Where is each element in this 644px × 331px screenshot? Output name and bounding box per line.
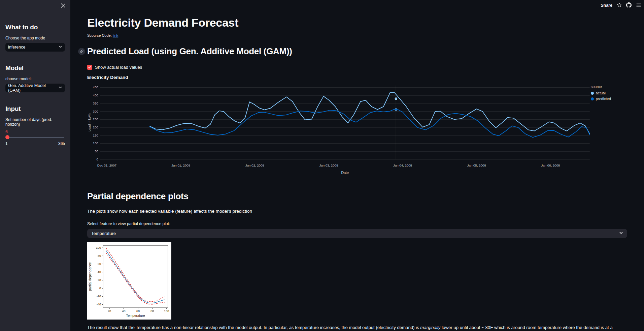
model-select[interactable]: Gen. Additive Model (GAM) xyxy=(5,84,65,92)
days-slider-value: 6 xyxy=(5,129,65,134)
share-button[interactable]: Share xyxy=(601,3,612,8)
legend-item-predicted[interactable]: predicted xyxy=(591,97,627,101)
days-slider[interactable] xyxy=(5,135,65,140)
svg-text:Dec 31, 2007: Dec 31, 2007 xyxy=(97,163,116,167)
source-code-link[interactable]: link xyxy=(113,33,118,37)
svg-text:Jan 05, 2008: Jan 05, 2008 xyxy=(467,163,486,167)
model-selected-value: Gen. Additive Model (GAM) xyxy=(8,83,59,93)
svg-text:Temperature: Temperature xyxy=(126,314,145,318)
svg-text:400: 400 xyxy=(93,93,98,97)
svg-text:100: 100 xyxy=(96,246,101,249)
show-actual-checkbox[interactable]: Show actual load values xyxy=(87,65,627,70)
svg-text:Date: Date xyxy=(341,171,349,175)
source-code-line: Scource Code: link xyxy=(87,33,627,37)
demand-chart-block: 050100150200250300350400450Dec 31, 2007J… xyxy=(87,82,627,177)
checkbox-checked-icon xyxy=(87,65,92,70)
app-mode-select[interactable]: inference xyxy=(5,43,65,52)
pdp-heading: Partial dependence plots xyxy=(87,191,627,202)
show-actual-checkbox-label: Show actual load values xyxy=(95,65,142,70)
svg-text:60: 60 xyxy=(98,262,101,266)
slider-max-label: 365 xyxy=(58,141,65,146)
slider-track[interactable] xyxy=(6,137,64,138)
svg-text:150: 150 xyxy=(93,133,98,137)
github-button[interactable] xyxy=(626,2,632,9)
svg-text:partial dependence: partial dependence xyxy=(88,262,92,291)
main-content: Share Electricity Demand Forecast Scourc… xyxy=(70,0,644,331)
svg-text:40: 40 xyxy=(98,270,101,274)
sidebar-section-model: Model xyxy=(5,64,65,72)
star-icon xyxy=(617,2,622,8)
feature-select[interactable]: Temperature xyxy=(87,229,627,238)
svg-text:Jan 03, 2008: Jan 03, 2008 xyxy=(319,163,338,167)
predicted-load-heading: Predicted Load (using Gen. Additive Mode… xyxy=(87,46,292,57)
sidebar-close-button[interactable] xyxy=(58,1,68,11)
svg-text:80: 80 xyxy=(150,309,154,313)
legend-dot-predicted xyxy=(591,97,594,100)
chevron-down-icon xyxy=(59,86,62,90)
svg-text:350: 350 xyxy=(93,101,98,105)
svg-text:100: 100 xyxy=(164,309,169,313)
pdp-select-label: Select feature to view partial dependenc… xyxy=(87,221,627,226)
close-icon xyxy=(61,3,65,9)
chevron-down-icon xyxy=(619,231,623,236)
legend-title: source xyxy=(591,85,627,89)
days-slider-label: Set number of days (pred. horizon) xyxy=(5,117,65,127)
svg-text:20: 20 xyxy=(98,278,101,282)
svg-text:20: 20 xyxy=(108,309,111,313)
page-title: Electricity Demand Forecast xyxy=(87,16,627,29)
svg-text:Jan 01, 2008: Jan 01, 2008 xyxy=(171,163,190,167)
svg-text:60: 60 xyxy=(136,309,140,313)
feature-selected-value: Temperature xyxy=(91,231,116,236)
header-toolbar: Share xyxy=(601,1,641,9)
sidebar: What to do Choose the app mode inference… xyxy=(0,0,70,331)
legend-label-actual: actual xyxy=(596,91,606,95)
legend-dot-actual xyxy=(591,92,594,95)
pdp-figure: -40-2002040608010020406080100Temperature… xyxy=(87,242,171,320)
pdp-analysis-text: The result show that the Temperature has… xyxy=(87,324,627,331)
svg-text:0: 0 xyxy=(99,287,101,290)
svg-text:Load in kWh: Load in kWh xyxy=(88,113,91,131)
svg-text:300: 300 xyxy=(93,110,98,113)
svg-text:100: 100 xyxy=(93,141,98,145)
app-root: What to do Choose the app mode inference… xyxy=(0,0,644,331)
star-button[interactable] xyxy=(617,2,622,8)
legend-label-predicted: predicted xyxy=(596,97,611,101)
svg-text:50: 50 xyxy=(95,149,98,153)
heading-anchor-link[interactable] xyxy=(78,48,85,55)
svg-text:80: 80 xyxy=(98,254,101,258)
slider-min-label: 1 xyxy=(5,141,8,146)
svg-text:-40: -40 xyxy=(97,303,101,306)
svg-text:0: 0 xyxy=(97,157,98,161)
legend-item-actual[interactable]: actual xyxy=(591,91,627,95)
svg-text:250: 250 xyxy=(93,117,98,121)
choose-model-label: choose model: xyxy=(5,77,65,81)
link-icon xyxy=(80,49,84,55)
svg-text:Jan 06, 2008: Jan 06, 2008 xyxy=(541,163,560,167)
source-code-prefix: Scource Code: xyxy=(87,33,113,37)
svg-text:Jan 04, 2008: Jan 04, 2008 xyxy=(393,163,412,167)
svg-text:-20: -20 xyxy=(97,295,101,298)
demand-chart-title: Electricity Demand xyxy=(87,75,627,80)
sidebar-section-input: Input xyxy=(5,105,65,113)
sidebar-section-what-to-do: What to do xyxy=(5,24,65,31)
demand-line-chart[interactable]: 050100150200250300350400450Dec 31, 2007J… xyxy=(87,82,591,177)
pdp-description: The plots show how each selected variabl… xyxy=(87,209,627,214)
svg-text:Jan 02, 2008: Jan 02, 2008 xyxy=(245,163,264,167)
analysis-text-before: The result show that the Temperature has… xyxy=(87,325,420,330)
svg-text:200: 200 xyxy=(93,125,98,129)
main-menu-button[interactable] xyxy=(636,2,641,9)
pdp-line-chart: -40-2002040608010020406080100Temperature… xyxy=(87,242,171,320)
chevron-down-icon xyxy=(59,45,62,50)
github-icon xyxy=(626,2,632,9)
slider-thumb[interactable] xyxy=(5,135,9,139)
demand-chart-legend: source actual predicted xyxy=(591,82,627,177)
hamburger-menu-icon xyxy=(636,2,641,9)
app-mode-selected-value: inference xyxy=(8,45,25,50)
svg-text:40: 40 xyxy=(122,309,125,313)
svg-text:450: 450 xyxy=(93,85,98,89)
analysis-text-italic: marginally xyxy=(420,325,440,330)
app-mode-label: Choose the app mode xyxy=(5,36,65,40)
